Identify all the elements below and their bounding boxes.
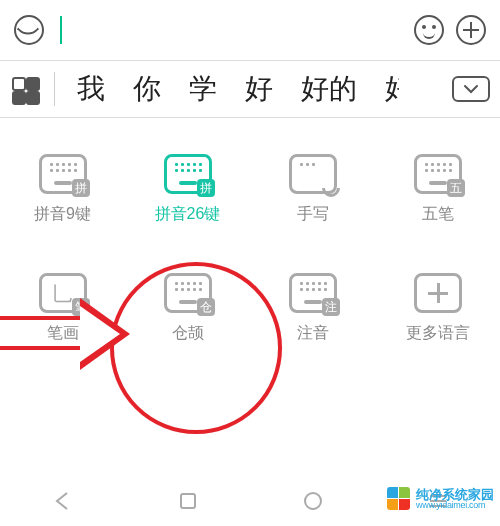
- layout-label: 拼音26键: [155, 204, 221, 225]
- keyboard-layout-wubi[interactable]: 五五笔: [393, 154, 483, 225]
- candidate-word[interactable]: 好: [233, 70, 285, 108]
- layout-label: 拼音9键: [34, 204, 91, 225]
- separator: [54, 72, 55, 106]
- layout-badge: 拼: [72, 179, 90, 197]
- candidate-word[interactable]: 好: [373, 70, 399, 108]
- keyboard-icon: [414, 273, 462, 313]
- add-icon[interactable]: [456, 15, 486, 45]
- watermark-url: www.yidaimei.com: [416, 501, 494, 510]
- keyboard-layout-more[interactable]: 更多语言: [393, 273, 483, 344]
- layout-label: 笔画: [47, 323, 79, 344]
- layout-label: 注音: [297, 323, 329, 344]
- keyboard-icon: 乚笔: [39, 273, 87, 313]
- text-input[interactable]: [56, 10, 402, 50]
- layout-label: 五笔: [422, 204, 454, 225]
- svg-rect-0: [181, 494, 195, 508]
- apps-grid-icon[interactable]: [10, 75, 38, 103]
- layout-label: 手写: [297, 204, 329, 225]
- keyboard-icon: 仓: [164, 273, 212, 313]
- candidate-word[interactable]: 学: [177, 70, 229, 108]
- keyboard-icon: 注: [289, 273, 337, 313]
- keyboard-layout-bihua[interactable]: 乚笔笔画: [18, 273, 108, 344]
- keyboard-layout-pinyin26[interactable]: 拼拼音26键: [143, 154, 233, 225]
- keyboard-icon: 拼: [164, 154, 212, 194]
- keyboard-icon: 五: [414, 154, 462, 194]
- expand-candidates-button[interactable]: [452, 76, 490, 102]
- watermark-logo-icon: [387, 487, 410, 510]
- svg-point-1: [305, 493, 321, 509]
- layout-badge: 笔: [72, 298, 90, 316]
- layout-badge: 仓: [197, 298, 215, 316]
- candidate-bar: 我 你 学 好 好的 好: [0, 60, 500, 118]
- candidate-word[interactable]: 你: [121, 70, 173, 108]
- layout-badge: 注: [322, 298, 340, 316]
- text-cursor: [60, 16, 62, 44]
- voice-input-icon[interactable]: [14, 15, 44, 45]
- keyboard-layout-panel: 拼拼音9键拼拼音26键手写五五笔乚笔笔画仓仓颉注注音更多语言: [0, 118, 500, 418]
- candidate-word[interactable]: 好的: [289, 70, 369, 108]
- emoji-icon[interactable]: [414, 15, 444, 45]
- keyboard-icon: 拼: [39, 154, 87, 194]
- nav-recent-button[interactable]: [302, 490, 324, 512]
- watermark-title: 纯净系统家园: [416, 488, 494, 501]
- chevron-down-icon: [464, 84, 478, 94]
- keyboard-layout-zhuyin[interactable]: 注注音: [268, 273, 358, 344]
- nav-home-button[interactable]: [177, 490, 199, 512]
- layout-label: 仓颉: [172, 323, 204, 344]
- layout-badge: 五: [447, 179, 465, 197]
- watermark: 纯净系统家园 www.yidaimei.com: [387, 487, 494, 510]
- keyboard-layout-cangjie[interactable]: 仓仓颉: [143, 273, 233, 344]
- nav-back-button[interactable]: [52, 490, 74, 512]
- keyboard-layout-handwrite[interactable]: 手写: [268, 154, 358, 225]
- input-bar: [0, 0, 500, 60]
- layout-badge: 拼: [197, 179, 215, 197]
- candidate-word[interactable]: 我: [65, 70, 117, 108]
- layout-label: 更多语言: [406, 323, 470, 344]
- keyboard-layout-pinyin9[interactable]: 拼拼音9键: [18, 154, 108, 225]
- keyboard-icon: [289, 154, 337, 194]
